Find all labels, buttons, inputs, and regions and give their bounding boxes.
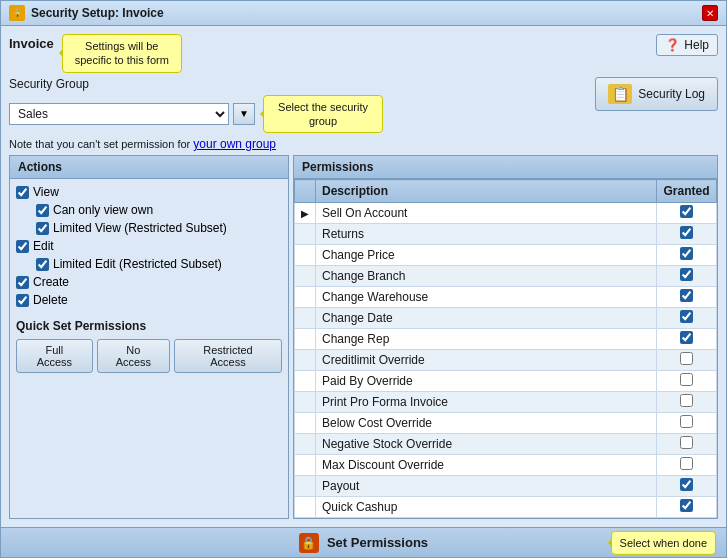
- limited-edit-label: Limited Edit (Restricted Subset): [53, 257, 222, 271]
- col-description: Description: [316, 180, 657, 203]
- permission-granted[interactable]: [657, 392, 717, 413]
- permission-granted[interactable]: [657, 329, 717, 350]
- row-indicator: [295, 224, 316, 245]
- restricted-access-button[interactable]: Restricted Access: [174, 339, 282, 373]
- permission-granted[interactable]: [657, 497, 717, 518]
- set-permissions-label: Set Permissions: [327, 535, 428, 550]
- permission-granted[interactable]: [657, 266, 717, 287]
- help-label: Help: [684, 38, 709, 52]
- permission-granted[interactable]: [657, 308, 717, 329]
- invoice-section: Invoice Settings will be specific to thi…: [9, 34, 182, 73]
- set-permissions-icon: 🔒: [299, 533, 319, 553]
- limited-view-checkbox[interactable]: [36, 222, 49, 235]
- table-row[interactable]: Change Warehouse: [295, 287, 717, 308]
- table-row[interactable]: Max Discount Override: [295, 455, 717, 476]
- permission-description: Print Pro Forma Invoice: [316, 392, 657, 413]
- permission-granted[interactable]: [657, 371, 717, 392]
- permission-granted[interactable]: [657, 245, 717, 266]
- row-indicator: [295, 350, 316, 371]
- table-row[interactable]: Creditlimit Override: [295, 350, 717, 371]
- body-area: Invoice Settings will be specific to thi…: [1, 26, 726, 527]
- permission-description: Payout: [316, 476, 657, 497]
- permissions-panel: Permissions Description Granted ▶Sell On…: [293, 155, 718, 519]
- view-checkbox[interactable]: [16, 186, 29, 199]
- top-row: Invoice Settings will be specific to thi…: [9, 34, 718, 73]
- help-icon: ❓: [665, 38, 680, 52]
- quick-set-section: Quick Set Permissions Full Access No Acc…: [16, 319, 282, 373]
- table-row[interactable]: Change Date: [295, 308, 717, 329]
- delete-label: Delete: [33, 293, 68, 307]
- permission-granted[interactable]: [657, 350, 717, 371]
- quick-set-label: Quick Set Permissions: [16, 319, 282, 333]
- security-group-label: Security Group: [9, 77, 383, 91]
- delete-checkbox[interactable]: [16, 294, 29, 307]
- permissions-table: Description Granted ▶Sell On AccountRetu…: [294, 179, 717, 518]
- create-label: Create: [33, 275, 69, 289]
- row-indicator: [295, 392, 316, 413]
- invoice-label: Invoice: [9, 36, 54, 51]
- settings-tooltip: Settings will be specific to this form: [62, 34, 182, 73]
- permission-granted[interactable]: [657, 413, 717, 434]
- permission-granted[interactable]: [657, 455, 717, 476]
- row-indicator: [295, 329, 316, 350]
- permissions-panel-header: Permissions: [294, 156, 717, 179]
- limited-view-item: Limited View (Restricted Subset): [36, 221, 282, 235]
- quick-set-buttons: Full Access No Access Restricted Access: [16, 339, 282, 373]
- row-indicator: [295, 245, 316, 266]
- table-row[interactable]: Change Branch: [295, 266, 717, 287]
- view-label: View: [33, 185, 59, 199]
- row-indicator: [295, 455, 316, 476]
- permission-description: Change Branch: [316, 266, 657, 287]
- dropdown-arrow-button[interactable]: ▼: [233, 103, 255, 125]
- note-text: Note that you can't set permission for y…: [9, 137, 718, 151]
- can-only-view-own-checkbox[interactable]: [36, 204, 49, 217]
- table-row[interactable]: Negative Stock Override: [295, 434, 717, 455]
- table-row[interactable]: Returns: [295, 224, 717, 245]
- limited-edit-checkbox[interactable]: [36, 258, 49, 271]
- permission-granted[interactable]: [657, 434, 717, 455]
- create-checkbox[interactable]: [16, 276, 29, 289]
- table-row[interactable]: Change Price: [295, 245, 717, 266]
- row-indicator: [295, 266, 316, 287]
- bottom-bar: 🔒 Set Permissions Select when done: [1, 527, 726, 557]
- permission-description: Change Rep: [316, 329, 657, 350]
- actions-panel-content: View Can only view own Limited View (Res…: [10, 179, 288, 518]
- row-indicator: [295, 371, 316, 392]
- permission-description: Creditlimit Override: [316, 350, 657, 371]
- table-row[interactable]: Payout: [295, 476, 717, 497]
- permission-description: Quick Cashup: [316, 497, 657, 518]
- close-button[interactable]: ✕: [702, 5, 718, 21]
- permission-granted[interactable]: [657, 203, 717, 224]
- table-row[interactable]: Quick Cashup: [295, 497, 717, 518]
- security-group-dropdown[interactable]: Sales: [9, 103, 229, 125]
- security-log-button[interactable]: 📋 Security Log: [595, 77, 718, 111]
- no-access-button[interactable]: No Access: [97, 339, 170, 373]
- permission-granted[interactable]: [657, 224, 717, 245]
- panels-row: Actions View Can only view own Limited V…: [9, 155, 718, 519]
- actions-panel-header: Actions: [10, 156, 288, 179]
- table-row[interactable]: ▶Sell On Account: [295, 203, 717, 224]
- permission-description: Negative Stock Override: [316, 434, 657, 455]
- can-only-view-own-label: Can only view own: [53, 203, 153, 217]
- note-own-group: your own group: [193, 137, 276, 151]
- permission-description: Paid By Override: [316, 371, 657, 392]
- window-icon: 🔒: [9, 5, 25, 21]
- title-bar-left: 🔒 Security Setup: Invoice: [9, 5, 164, 21]
- view-checkbox-item: View: [16, 185, 282, 199]
- main-window: 🔒 Security Setup: Invoice ✕ Invoice Sett…: [0, 0, 727, 558]
- edit-checkbox[interactable]: [16, 240, 29, 253]
- table-row[interactable]: Below Cost Override: [295, 413, 717, 434]
- table-row[interactable]: Print Pro Forma Invoice: [295, 392, 717, 413]
- permission-description: Sell On Account: [316, 203, 657, 224]
- limited-view-label: Limited View (Restricted Subset): [53, 221, 227, 235]
- table-row[interactable]: Change Rep: [295, 329, 717, 350]
- select-tooltip: Select the security group: [263, 95, 383, 134]
- permission-description: Change Price: [316, 245, 657, 266]
- row-indicator: [295, 413, 316, 434]
- permission-granted[interactable]: [657, 476, 717, 497]
- help-button[interactable]: ❓ Help: [656, 34, 718, 56]
- table-row[interactable]: Paid By Override: [295, 371, 717, 392]
- full-access-button[interactable]: Full Access: [16, 339, 93, 373]
- permission-description: Max Discount Override: [316, 455, 657, 476]
- permission-granted[interactable]: [657, 287, 717, 308]
